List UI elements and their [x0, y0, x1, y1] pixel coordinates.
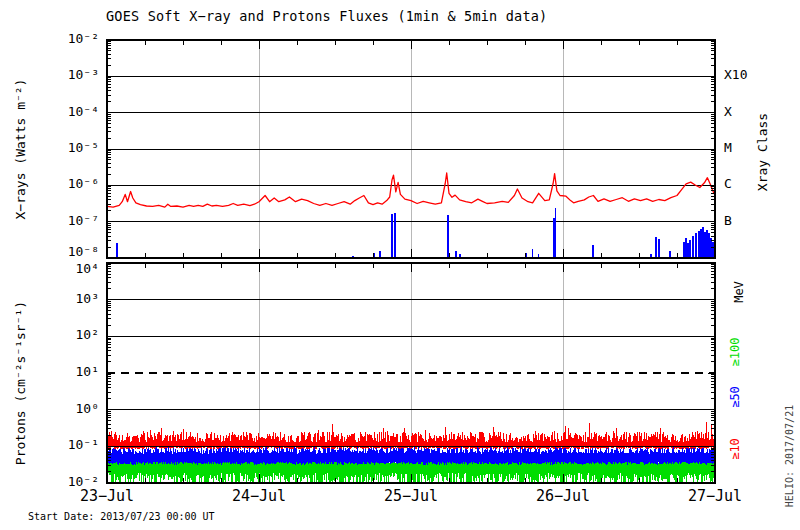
x-tick-label: 23−Jul: [62, 488, 152, 505]
plot-canvas: [0, 0, 800, 530]
x-tick-label: 24−Jul: [214, 488, 304, 505]
proton-y-tick-label: 10³: [76, 292, 99, 306]
proton-y-tick-label: 10⁰: [76, 402, 99, 416]
xray-class-label: M: [724, 141, 732, 155]
x-tick-label: 25−Jul: [366, 488, 456, 505]
chart-title: GOES Soft X−ray and Protons Fluxes (1min…: [106, 9, 547, 24]
helio-watermark: HELIO: 2017/07/21: [784, 405, 795, 507]
xray-class-label: X: [724, 105, 732, 119]
proton-y-tick-label: 10⁻¹: [68, 438, 99, 452]
xray-y-tick-label: 10⁻⁵: [68, 141, 99, 155]
xray-y-axis-label: X−rays (Watts m⁻²): [14, 79, 28, 220]
x-tick-label: 27−Jul: [670, 488, 760, 505]
xray-class-label: C: [724, 177, 732, 191]
proton-y-tick-label: 10²: [76, 328, 99, 342]
xray-y-tick-label: 10⁻⁶: [68, 177, 99, 191]
start-date-label: Start Date: 2013/07/23 00:00 UT: [28, 511, 215, 522]
xray-y-tick-label: 10⁻⁴: [68, 105, 99, 119]
proton-energy-label: ≥10: [729, 438, 742, 460]
xray-class-label: X10: [724, 68, 747, 82]
xray-y-tick-label: 10⁻⁷: [68, 214, 99, 228]
xray-y-tick-label: 10⁻³: [68, 68, 99, 82]
proton-y-tick-label: 10¹: [76, 365, 99, 379]
proton-energy-label: ≥100: [729, 338, 742, 367]
xray-class-axis-title: Xray Class: [756, 113, 770, 191]
proton-energy-label: ≥50: [729, 386, 742, 408]
mev-axis-title: MeV: [733, 281, 746, 303]
goes-flux-chart: GOES Soft X−ray and Protons Fluxes (1min…: [0, 0, 800, 530]
xray-class-label: B: [724, 214, 732, 228]
xray-y-tick-label: 10⁻²: [68, 32, 99, 46]
proton-y-axis-label: Protons (cm⁻²s⁻¹sr⁻¹): [14, 301, 28, 465]
xray-y-tick-label: 10⁻⁸: [68, 245, 99, 259]
proton-y-tick-label: 10⁴: [76, 262, 99, 276]
x-tick-label: 26−Jul: [518, 488, 608, 505]
